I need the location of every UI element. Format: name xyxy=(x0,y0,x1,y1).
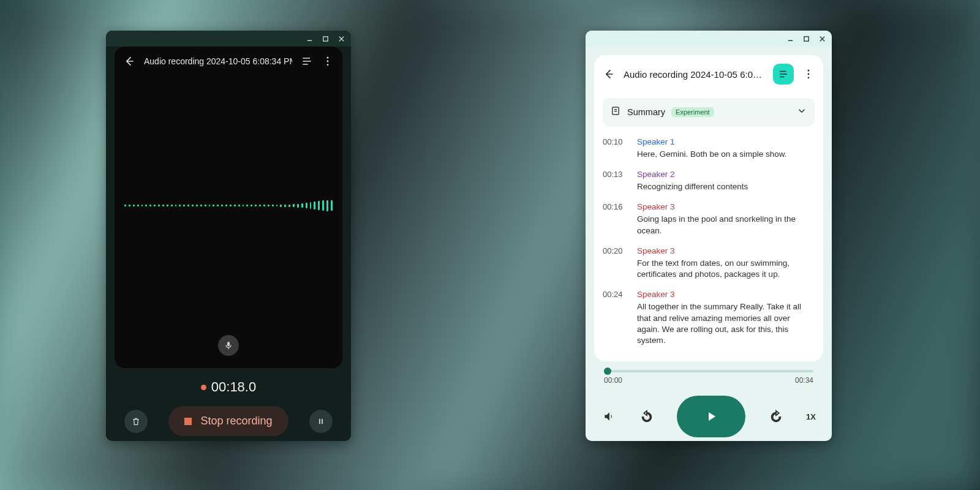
waveform-bar xyxy=(263,205,265,206)
waveform-bar xyxy=(171,205,173,206)
waveform-bar xyxy=(187,205,189,206)
transcript-timestamp: 00:13 xyxy=(603,170,626,192)
player-app: Audio recording 2024-10-05 6:08:3... Sum… xyxy=(594,55,823,361)
waveform-bar xyxy=(192,205,194,206)
stop-label: Stop recording xyxy=(200,415,272,428)
waveform-bar xyxy=(162,205,164,206)
recorder-window: Audio recording 2024-10-05 6:08:34 PM 00… xyxy=(106,31,351,441)
waveform-bar xyxy=(124,205,126,206)
waveform-bar xyxy=(179,205,181,206)
speed-button[interactable]: 1X xyxy=(806,412,816,421)
recording-title: Audio recording 2024-10-05 6:08:3... xyxy=(624,69,764,80)
player-window: Audio recording 2024-10-05 6:08:3... Sum… xyxy=(586,31,832,441)
waveform-bar xyxy=(221,205,223,206)
seek-bar[interactable] xyxy=(604,370,813,372)
transcript-timestamp: 00:24 xyxy=(603,290,626,346)
waveform-bar xyxy=(234,205,236,206)
waveform-bar xyxy=(205,205,206,206)
transcript-text: All together in the summary Really. Take… xyxy=(637,301,815,346)
close-icon[interactable] xyxy=(818,35,826,42)
waveform-bar xyxy=(326,200,328,211)
summary-label: Summary xyxy=(627,107,665,117)
maximize-icon[interactable] xyxy=(322,35,329,42)
forward-icon[interactable] xyxy=(769,409,783,424)
waveform-bar xyxy=(331,200,333,211)
waveform-bar xyxy=(145,205,147,206)
waveform-bar xyxy=(255,205,257,206)
transcript-timestamp: 00:10 xyxy=(603,137,626,160)
waveform-bar xyxy=(284,205,286,207)
waveform-bar xyxy=(141,205,143,206)
waveform-bar xyxy=(154,205,156,206)
transcript-text: Recognizing different contents xyxy=(637,181,815,192)
stop-recording-button[interactable]: Stop recording xyxy=(168,406,288,436)
elapsed-time: 00:18.0 xyxy=(106,379,351,395)
delete-button[interactable] xyxy=(124,410,148,433)
svg-point-8 xyxy=(808,74,810,75)
transcript-row[interactable]: 00:10Speaker 1Here, Gemini. Both be on a… xyxy=(603,132,815,165)
svg-rect-0 xyxy=(323,36,327,40)
summary-icon xyxy=(610,105,621,119)
volume-icon[interactable] xyxy=(601,409,616,424)
rewind-icon[interactable] xyxy=(639,409,654,424)
svg-point-2 xyxy=(327,61,329,62)
waveform-bar xyxy=(276,205,278,206)
waveform-bar xyxy=(217,205,219,206)
mic-button[interactable] xyxy=(218,335,239,356)
waveform-bar xyxy=(200,205,202,206)
transcript-speaker: Speaker 2 xyxy=(637,170,815,179)
waveform-bar xyxy=(280,205,282,207)
elapsed-value: 00:18.0 xyxy=(211,379,256,395)
waveform-bar xyxy=(246,205,248,206)
summary-row[interactable]: Summary Experiment xyxy=(603,98,815,126)
transcript-speaker: Speaker 1 xyxy=(637,137,815,146)
waveform-bar xyxy=(306,203,307,208)
transcript-row[interactable]: 00:20Speaker 3For the text from dates, o… xyxy=(603,241,815,285)
waveform-bar xyxy=(158,205,160,206)
transcript-toggle-button[interactable] xyxy=(773,64,794,85)
svg-rect-6 xyxy=(804,36,808,40)
recorder-header: Audio recording 2024-10-05 6:08:34 PM xyxy=(115,47,342,76)
waveform-bar xyxy=(259,205,261,206)
menu-icon[interactable] xyxy=(322,55,334,67)
maximize-icon[interactable] xyxy=(802,35,810,42)
pause-button[interactable] xyxy=(309,410,333,433)
transcript-icon[interactable] xyxy=(301,55,313,67)
svg-point-9 xyxy=(808,77,810,78)
recorder-app: Audio recording 2024-10-05 6:08:34 PM xyxy=(115,47,342,368)
waveform-bar xyxy=(243,205,244,206)
stop-icon xyxy=(184,418,192,425)
waveform-bar xyxy=(225,205,227,206)
menu-icon[interactable] xyxy=(802,68,815,80)
minimize-icon[interactable] xyxy=(786,35,794,42)
minimize-icon[interactable] xyxy=(306,35,313,42)
back-icon[interactable] xyxy=(123,55,135,67)
waveform-bar xyxy=(183,205,185,206)
waveform-bar xyxy=(238,205,240,206)
playback-controls: 1X xyxy=(586,390,832,437)
recorder-controls: Stop recording xyxy=(106,395,351,436)
transcript-row[interactable]: 00:24Speaker 3All together in the summar… xyxy=(603,285,815,351)
transcript-list: 00:10Speaker 1Here, Gemini. Both be on a… xyxy=(594,126,823,361)
waveform-bar xyxy=(213,205,214,206)
transcript-speaker: Speaker 3 xyxy=(637,290,815,299)
transcript-row[interactable]: 00:13Speaker 2Recognizing different cont… xyxy=(603,165,815,197)
transcript-row[interactable]: 00:16Speaker 3Going laps in the pool and… xyxy=(603,197,815,241)
waveform-bar xyxy=(167,205,168,206)
svg-point-7 xyxy=(808,70,810,72)
transcript-timestamp: 00:20 xyxy=(603,246,626,280)
play-button[interactable] xyxy=(677,396,745,437)
back-icon[interactable] xyxy=(603,68,615,80)
waveform-bar xyxy=(175,205,177,206)
waveform-bar xyxy=(230,205,232,206)
recording-indicator-icon xyxy=(201,385,206,390)
svg-point-1 xyxy=(327,57,329,59)
seek-thumb[interactable] xyxy=(604,368,611,375)
transcript-text: For the text from dates, on our swimming… xyxy=(637,258,815,280)
svg-rect-4 xyxy=(319,418,320,423)
waveform-bar xyxy=(318,201,320,210)
current-time: 00:00 xyxy=(604,376,622,385)
close-icon[interactable] xyxy=(337,35,345,42)
waveform-bar xyxy=(209,205,211,206)
waveform-bar xyxy=(133,205,135,206)
